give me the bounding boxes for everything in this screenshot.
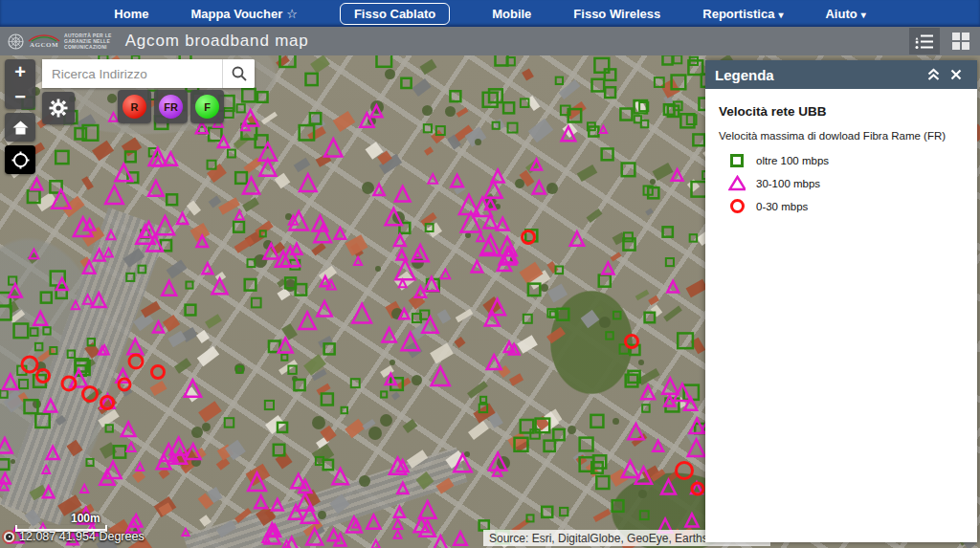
zoom-out-button[interactable]: − — [5, 84, 35, 109]
triangle-marker-icon — [728, 175, 746, 191]
coordinates-target-icon — [4, 532, 14, 542]
settings-button[interactable] — [42, 92, 75, 124]
legend-item-label: 0-30 mbps — [756, 201, 808, 212]
search-input[interactable] — [42, 59, 222, 88]
legend-list-icon — [915, 33, 934, 50]
map-canvas[interactable]: + − — [0, 55, 980, 548]
zoom-in-button[interactable]: + — [5, 59, 35, 84]
layer-button-fr[interactable]: FR — [154, 90, 188, 123]
zoom-control: + − — [5, 59, 35, 109]
nav-list: HomeMappa Voucher☆Fisso CablatoMobileFis… — [114, 3, 865, 25]
legend-subtitle: Velocità massima di dowload Fibra Rame (… — [719, 130, 964, 142]
layer-button-f[interactable]: F — [190, 90, 224, 123]
close-icon — [950, 69, 962, 80]
attribution-text: Source: Esri, DigitalGlobe, GeoEye, Eart… — [489, 532, 740, 545]
layer-orb-f: F — [195, 95, 219, 119]
agcom-wordmark-text: AGCOM — [30, 42, 58, 49]
legend-item-triangle: 30-100 mbps — [719, 171, 964, 195]
layer-orb-fr: FR — [159, 95, 183, 119]
coordinates-text: 12.087 41.954 Degrees — [19, 530, 145, 543]
crosshair-icon — [11, 151, 30, 169]
scale-bar: 100m — [15, 512, 107, 532]
page-title: Agcom broadband map — [125, 32, 909, 51]
italy-emblem-icon — [8, 33, 24, 50]
basemap-gallery-button[interactable] — [946, 28, 976, 55]
nav-item-mobile[interactable]: Mobile — [492, 7, 531, 21]
agcom-wordmark: AGCOM — [28, 33, 60, 49]
grid-icon — [952, 33, 969, 50]
square-marker-icon — [728, 154, 746, 167]
top-navigation: HomeMappa Voucher☆Fisso CablatoMobileFis… — [0, 0, 980, 27]
agcom-broadband-map-app: HomeMappa Voucher☆Fisso CablatoMobileFis… — [0, 0, 980, 548]
home-icon — [12, 121, 29, 135]
gear-icon — [49, 99, 68, 118]
coordinates-readout: 12.087 41.954 Degrees — [4, 530, 145, 543]
nav-item-fisso-wireless[interactable]: Fisso Wireless — [573, 7, 660, 21]
legend-toggle-button[interactable] — [909, 28, 940, 55]
address-search — [42, 59, 255, 88]
agcom-logo-text: AUTORITÀ PER LE GARANZIE NELLE COMUNICAZ… — [64, 33, 112, 51]
legend-item-circle: 0-30 mbps — [719, 195, 964, 217]
logo-line-3: COMUNICAZIONI — [64, 44, 112, 50]
app-header: AGCOM AUTORITÀ PER LE GARANZIE NELLE COM… — [0, 27, 980, 55]
legend-item-label: 30-100 mbps — [756, 178, 820, 189]
legend-item-label: oltre 100 mbps — [756, 155, 829, 166]
legend-section-title: Velocità rete UBB — [719, 104, 964, 119]
search-button[interactable] — [222, 59, 255, 88]
nav-item-mappa-voucher[interactable]: Mappa Voucher☆ — [190, 7, 298, 21]
header-icons — [909, 28, 976, 55]
scale-label: 100m — [71, 512, 107, 525]
star-icon: ☆ — [286, 7, 298, 21]
home-extent-button[interactable] — [5, 113, 35, 142]
nav-item-reportistica[interactable]: Reportistica▾ — [702, 7, 783, 21]
network-layer-buttons: RFRF — [118, 90, 224, 123]
legend-close-button[interactable] — [945, 63, 968, 86]
nav-item-home[interactable]: Home — [114, 7, 148, 21]
nav-item-aiuto[interactable]: Aiuto▾ — [825, 7, 865, 21]
layer-orb-r: R — [122, 95, 146, 119]
legend-item-square: oltre 100 mbps — [719, 150, 964, 171]
circle-marker-icon — [728, 199, 746, 213]
legend-panel-header: Legenda — [705, 60, 977, 89]
legend-panel: Legenda Velocità rete UBB Velocità massi… — [705, 60, 977, 542]
legend-title: Legenda — [715, 67, 922, 83]
legend-collapse-button[interactable] — [922, 63, 945, 86]
search-icon — [232, 66, 247, 81]
layer-button-r[interactable]: R — [118, 90, 151, 123]
legend-panel-body: Velocità rete UBB Velocità massima di do… — [705, 89, 977, 232]
nav-item-fisso-cablato[interactable]: Fisso Cablato — [340, 3, 450, 25]
chevron-down-icon: ▾ — [861, 10, 866, 20]
agcom-logo: AGCOM AUTORITÀ PER LE GARANZIE NELLE COM… — [8, 33, 112, 51]
locate-me-button[interactable] — [5, 145, 35, 174]
chevron-down-icon: ▾ — [778, 10, 783, 20]
chevrons-up-icon — [926, 68, 941, 81]
legend-items: oltre 100 mbps30-100 mbps0-30 mbps — [719, 150, 964, 217]
